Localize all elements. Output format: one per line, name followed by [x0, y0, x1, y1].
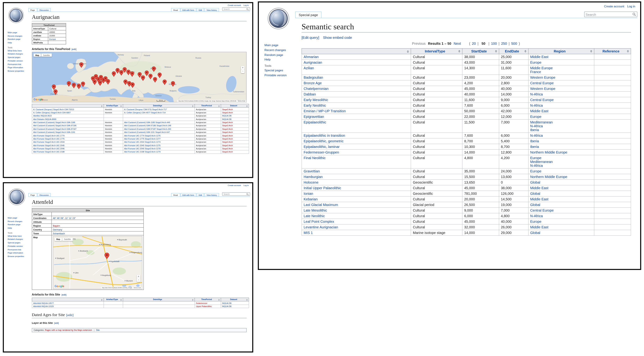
dataset-link[interactable]: Stage3 Arch: [222, 151, 233, 153]
create-account-link[interactable]: Create account: [228, 4, 241, 6]
result-link[interactable]: Final Neolithic: [304, 156, 326, 160]
search-icon[interactable]: [632, 12, 636, 16]
region-link[interactable]: Europe: [530, 156, 592, 160]
sidebar-link[interactable]: Random page: [8, 224, 20, 226]
dataset-link[interactable]: Stage3 Arch: [222, 138, 233, 140]
artefact-link[interactable]: Abri Fumane Stage3 Arch UtC-1775: [33, 138, 64, 140]
col-header-artefacttype[interactable]: ArtefactType: [104, 298, 123, 302]
zoom-in-button[interactable]: +: [241, 66, 244, 70]
page-size-250[interactable]: 250: [501, 42, 507, 46]
wiki-logo[interactable]: [267, 7, 290, 30]
region-link[interactable]: Central Europe: [530, 81, 592, 85]
sidebar-link[interactable]: Page information: [8, 66, 23, 68]
sidebar-link[interactable]: What links here: [8, 50, 22, 52]
col-header-region[interactable]: Region: [528, 48, 594, 54]
tab-view-history[interactable]: View history: [204, 193, 219, 196]
sidebar-link[interactable]: Random page: [264, 53, 283, 56]
zoom-in-button[interactable]: +: [137, 275, 140, 278]
datedage-link[interactable]: Abri Castanet (Castanet) GifA-1185 Stage…: [124, 121, 170, 124]
sidebar-link[interactable]: Help: [8, 42, 12, 44]
artefact-link[interactable]: Abeilles INQUA-9522: [33, 115, 52, 117]
col-header-datedage[interactable]: DatedAge: [123, 298, 195, 302]
region-link[interactable]: Europe: [49, 38, 56, 40]
region-link[interactable]: N-Africa: [530, 92, 592, 96]
dataset-link[interactable]: Stage3 Arch: [222, 131, 233, 133]
datedage-link[interactable]: Abri Fumane UtC-2044 Stage3 Arch-1274: [124, 141, 160, 143]
region-link[interactable]: Middle East: [530, 186, 592, 190]
region-link[interactable]: Global: [530, 231, 592, 235]
col-header-dataset[interactable]: Dataset: [221, 104, 249, 108]
country-link[interactable]: Germany: [53, 228, 62, 231]
datedage-link[interactable]: A. Cellier (Sergeac) C84-4577 Stage3 Arc…: [124, 112, 166, 114]
datedage-link[interactable]: Abri Castanet (Castanet) GifA 97187 Stag…: [124, 128, 171, 130]
timeperiod-link[interactable]: Federmesser: [196, 302, 208, 304]
search-icon[interactable]: [246, 8, 249, 10]
sidebar-link[interactable]: Main page: [8, 32, 17, 34]
region-link[interactable]: Middle Europe: [530, 66, 592, 70]
result-link[interactable]: Epipalaeolithic, geometric: [304, 139, 344, 143]
sidebar-link[interactable]: What links here: [8, 235, 22, 237]
satellite-button[interactable]: Satellite: [41, 54, 52, 57]
region-link[interactable]: Middle East: [530, 55, 592, 59]
region-link[interactable]: N-Africa: [530, 164, 592, 168]
region-link[interactable]: Bayern: [53, 224, 60, 227]
region-link[interactable]: Mediterranean: [530, 120, 592, 124]
result-link[interactable]: Federmesser-Gruppen: [304, 150, 339, 154]
result-link[interactable]: Last Glacial Maximum: [304, 203, 338, 207]
result-link[interactable]: Leaf Point Complex: [304, 220, 334, 224]
region-link[interactable]: Central Europe: [530, 208, 592, 212]
result-link[interactable]: Levantine Aurignacian: [304, 225, 338, 229]
map-button[interactable]: Map: [34, 54, 41, 57]
tab-edit-with-form[interactable]: Edit with form: [180, 193, 196, 196]
europe-map[interactable]: NorwaySwedenFinlandUnited KingdomFranceS…: [32, 52, 246, 102]
dataset-link[interactable]: Stage3 Arch: [222, 108, 233, 110]
tab-edit[interactable]: Edit: [196, 8, 204, 12]
dataset-link[interactable]: Stage3 Arch: [222, 134, 233, 136]
sidebar-link[interactable]: Permanent link: [8, 248, 21, 250]
tab-view-history[interactable]: View history: [204, 8, 219, 12]
region-link[interactable]: N-Africa: [530, 124, 592, 128]
region-link[interactable]: Middle East: [530, 197, 592, 201]
tab-page[interactable]: Page: [28, 8, 37, 12]
wiki-logo[interactable]: [8, 188, 26, 206]
datedage-link[interactable]: A. Castanet (Sergeac C84-573) Stage3 Arc…: [124, 108, 167, 110]
sidebar-link[interactable]: Permanent link: [8, 63, 21, 65]
result-link[interactable]: Azilian: [304, 66, 314, 70]
artefact-link[interactable]: Abri Fumane Stage3 Arch UtC-1774: [33, 134, 64, 136]
region-link[interactable]: Europe: [530, 220, 592, 224]
sidebar-link[interactable]: Recent changes: [8, 220, 22, 222]
col-header-name[interactable]: [32, 104, 104, 108]
region-link[interactable]: Iberia: [530, 145, 592, 148]
result-link[interactable]: Hamburgian: [304, 175, 323, 179]
result-link[interactable]: Initial Upper Palaeolithic: [304, 186, 341, 190]
col-header-startdate[interactable]: StartDate: [462, 48, 499, 54]
col-header-name[interactable]: [32, 298, 104, 302]
artefact-link[interactable]: Abri Fumane Stage3 Arch UtC-2046: [33, 148, 64, 150]
artefact-link[interactable]: Attenfeld INQUA-11529: [33, 305, 54, 308]
artefact-link[interactable]: Abri Dubalen INQUA-8900: [33, 118, 56, 120]
region-link[interactable]: Europe: [530, 115, 592, 118]
region-link[interactable]: Western Europe: [530, 76, 592, 80]
page-size-20[interactable]: 20: [472, 42, 476, 46]
map-button[interactable]: Map: [54, 238, 62, 241]
region-link[interactable]: Global: [530, 192, 592, 196]
region-link[interactable]: Europe: [530, 60, 592, 64]
col-header-dataset[interactable]: Dataset: [221, 298, 249, 302]
col-header-timeperiod[interactable]: TimePeriod: [195, 104, 221, 108]
zoom-out-button[interactable]: −: [241, 70, 244, 73]
region-link[interactable]: Northern Middle Europe: [530, 150, 592, 154]
sidebar-link[interactable]: Special pages: [264, 68, 283, 72]
region-link[interactable]: N-Africa: [530, 134, 592, 138]
col-header-name[interactable]: [302, 48, 411, 54]
region-link[interactable]: N-Africa: [530, 214, 592, 218]
result-link[interactable]: Epipalaeolithic, laminar: [304, 145, 340, 148]
datedage-link[interactable]: Abri Fumane UtC-2046 Stage3 Arch-1278: [124, 148, 160, 150]
sidebar-link[interactable]: Main page: [8, 217, 17, 219]
log-in-link[interactable]: Log in: [244, 4, 249, 6]
dataset-link[interactable]: INQUA DB: [222, 302, 232, 304]
sidebar-link[interactable]: Main page: [264, 43, 278, 47]
result-link[interactable]: Epipalaeolithic in transition: [304, 134, 345, 138]
region-link[interactable]: Western Europe: [530, 87, 592, 90]
artefact-link[interactable]: Attenfeld INQUA-10577: [33, 302, 54, 304]
region-link[interactable]: Europe: [530, 169, 592, 173]
